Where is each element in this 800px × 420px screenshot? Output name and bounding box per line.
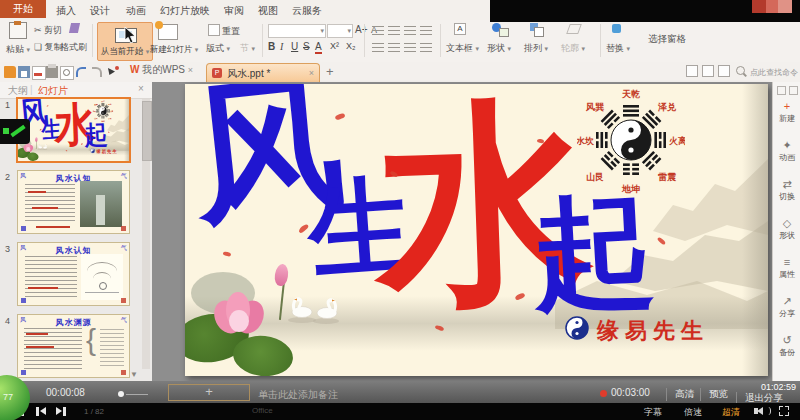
text-box-button[interactable]: 文本框 ▾ bbox=[446, 42, 479, 55]
outline-tab[interactable]: 大纲 bbox=[8, 84, 28, 98]
customize-toolbar-icon[interactable] bbox=[108, 68, 115, 75]
scrollbar-thumb[interactable] bbox=[142, 101, 152, 161]
fullscreen-icon[interactable] bbox=[779, 406, 789, 416]
slide-canvas[interactable]: 风 生 水 起 天乾 泽兑 火离 雷震 地坤 bbox=[18, 99, 129, 161]
slide-thumbnail-2[interactable]: 风水认知 风 气 bbox=[17, 170, 130, 234]
bullets-icon[interactable] bbox=[372, 26, 384, 35]
close-tab-icon[interactable]: × bbox=[309, 68, 314, 78]
sidebar-item-properties[interactable]: ≡属性 bbox=[773, 256, 800, 280]
reset-icon bbox=[208, 24, 220, 36]
subscript-button[interactable]: X₂ bbox=[346, 41, 356, 51]
redo-icon[interactable] bbox=[92, 67, 102, 77]
layout-button[interactable]: 版式 ▾ bbox=[206, 42, 230, 55]
tab-slideshow[interactable]: 幻灯片放映 bbox=[160, 4, 210, 18]
annotation-tool-overlay[interactable] bbox=[0, 119, 30, 144]
print-preview-icon[interactable] bbox=[60, 66, 74, 80]
slide-canvas[interactable]: 风 生 水 起 天乾 泽兑 火离 雷震 地坤 bbox=[185, 84, 768, 376]
slide-thumbnail-3[interactable]: 风水认知 风 气 bbox=[17, 242, 130, 306]
reset-button[interactable]: 重置 bbox=[222, 25, 240, 38]
superscript-button[interactable]: X² bbox=[330, 41, 339, 51]
replace-button[interactable]: 替换 ▾ bbox=[606, 42, 630, 55]
panel-scrollbar[interactable] bbox=[142, 99, 150, 369]
add-slide-button[interactable]: + bbox=[168, 384, 250, 401]
paste-button[interactable]: 粘贴 ▾ bbox=[6, 43, 30, 56]
selection-pane-button[interactable]: 选择窗格 bbox=[648, 33, 686, 46]
tab-review[interactable]: 审阅 bbox=[224, 4, 244, 18]
bagua-label: 风巽 bbox=[585, 102, 604, 112]
print-icon[interactable] bbox=[46, 66, 58, 78]
sidebar-item-transition[interactable]: ⇄切换 bbox=[773, 178, 800, 202]
align-left-icon[interactable] bbox=[372, 43, 384, 52]
sidebar-item-animation[interactable]: ✦动画 bbox=[773, 139, 800, 163]
shapes-button[interactable]: 形状 ▾ bbox=[487, 42, 511, 55]
scroll-down-icon[interactable]: ▼ bbox=[130, 370, 138, 379]
tab-cloud[interactable]: 云服务 bbox=[292, 4, 322, 18]
format-painter-button[interactable]: 格式刷 bbox=[60, 41, 87, 54]
tab-view[interactable]: 视图 bbox=[258, 4, 278, 18]
hd-quality-button[interactable]: 高清 bbox=[666, 388, 694, 401]
grow-font-button[interactable]: A+ bbox=[355, 24, 368, 35]
font-size-combobox[interactable]: ▾ bbox=[327, 24, 353, 38]
sidebar-item-backup[interactable]: ↺备份 bbox=[773, 334, 800, 358]
copy-button[interactable]: ❏ 复制 bbox=[34, 41, 63, 54]
sidebar-item-new[interactable]: +新建 bbox=[773, 100, 800, 124]
close-tab-icon[interactable]: × bbox=[188, 65, 193, 75]
subtitle-button[interactable]: 字幕 bbox=[644, 406, 662, 419]
close-panel-icon[interactable]: × bbox=[138, 83, 144, 94]
italic-button[interactable]: I bbox=[280, 41, 283, 52]
outline-button[interactable]: 轮廓 ▾ bbox=[561, 42, 585, 55]
sidebar-item-shapes[interactable]: ◇形状 bbox=[773, 217, 800, 241]
red-caption bbox=[36, 226, 70, 228]
underline-button[interactable]: U bbox=[291, 41, 298, 52]
preview-button[interactable]: 预览 bbox=[700, 388, 728, 401]
indent-decrease-icon[interactable] bbox=[404, 26, 416, 35]
tab-document-fengshui[interactable]: P 风水.ppt * × bbox=[206, 63, 320, 83]
new-tab-button[interactable]: + bbox=[326, 64, 334, 79]
bold-button[interactable]: B bbox=[268, 41, 275, 52]
save-icon[interactable] bbox=[18, 66, 30, 78]
new-slide-button[interactable]: 新建幻灯片 ▾ bbox=[146, 44, 202, 60]
mouse-cursor bbox=[124, 27, 137, 44]
timer-slider-handle[interactable] bbox=[118, 391, 124, 397]
flag-icon[interactable] bbox=[718, 65, 730, 77]
bagua-label: 天乾 bbox=[621, 89, 640, 99]
doc-assistant-icon[interactable] bbox=[702, 65, 714, 77]
tab-home[interactable]: 开始 bbox=[0, 0, 46, 18]
find-command-field[interactable]: 点此查找命令 bbox=[750, 67, 798, 78]
indent-increase-icon[interactable] bbox=[420, 26, 432, 35]
slides-tab[interactable]: 幻灯片 bbox=[38, 84, 68, 98]
speed-button[interactable]: 倍速 bbox=[684, 406, 702, 419]
quality-button[interactable]: 超清 bbox=[722, 406, 740, 419]
document-tab-label: 风水.ppt * bbox=[227, 67, 270, 81]
tab-animation[interactable]: 动画 bbox=[126, 4, 146, 18]
open-folder-icon[interactable] bbox=[4, 66, 16, 78]
arrange-icon-back bbox=[534, 27, 544, 37]
numbering-icon[interactable] bbox=[388, 26, 400, 35]
notes-placeholder[interactable]: 单击此处添加备注 bbox=[258, 388, 338, 402]
collapse-icon[interactable] bbox=[777, 86, 786, 95]
strikethrough-button[interactable]: S bbox=[303, 41, 310, 52]
grid-icon[interactable] bbox=[789, 86, 798, 95]
cut-button[interactable]: ✂ 剪切 bbox=[34, 24, 62, 37]
tab-insert[interactable]: 插入 bbox=[56, 4, 76, 18]
slide-thumbnail-1[interactable]: 风 生 水 起 天乾 泽兑 火离 雷震 地坤 bbox=[16, 97, 131, 163]
arrange-button[interactable]: 排列 ▾ bbox=[524, 42, 548, 55]
eye-protect-icon[interactable] bbox=[686, 65, 698, 77]
font-color-button[interactable]: A bbox=[315, 41, 322, 54]
export-pdf-icon[interactable] bbox=[32, 66, 46, 80]
align-center-icon[interactable] bbox=[388, 43, 400, 52]
line-spacing-icon[interactable] bbox=[420, 43, 432, 52]
tab-my-wps[interactable]: W 我的WPS × bbox=[126, 63, 202, 82]
divider bbox=[262, 24, 263, 57]
align-right-icon[interactable] bbox=[404, 43, 416, 52]
tab-design[interactable]: 设计 bbox=[90, 4, 110, 18]
slide-thumbnail-4[interactable]: 风水渊源 风 气 { bbox=[17, 314, 130, 378]
font-name-combobox[interactable]: ▾ bbox=[268, 24, 326, 38]
divider: | bbox=[30, 84, 33, 95]
slide-thumbnail-content: 风 生 水 起 天乾 泽兑 火离 雷震 地坤 bbox=[18, 99, 129, 161]
section-button[interactable]: 节 ▾ bbox=[240, 42, 255, 55]
sidebar-item-share[interactable]: ↗分享 bbox=[773, 295, 800, 319]
undo-icon[interactable] bbox=[76, 67, 86, 77]
bagua-label: 泽兑 bbox=[107, 102, 112, 105]
bagua-symbol: 天乾 泽兑 火离 雷震 地坤 山艮 水坎 风巽 bbox=[93, 99, 114, 122]
